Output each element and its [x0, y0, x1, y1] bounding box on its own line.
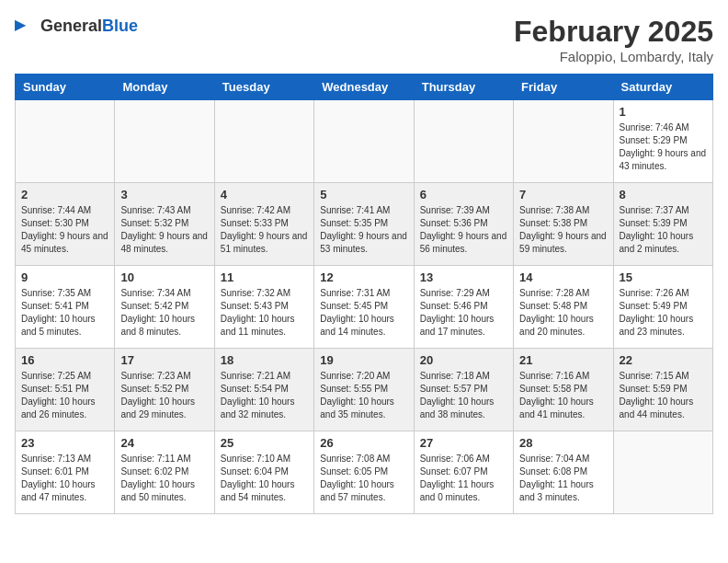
- weekday-header-wednesday: Wednesday: [314, 75, 414, 100]
- day-info: Sunrise: 7:31 AM Sunset: 5:45 PM Dayligh…: [320, 287, 407, 339]
- calendar-cell: 10Sunrise: 7:34 AM Sunset: 5:42 PM Dayli…: [115, 266, 214, 349]
- calendar-cell: 2Sunrise: 7:44 AM Sunset: 5:30 PM Daylig…: [16, 183, 115, 266]
- calendar-cell: 26Sunrise: 7:08 AM Sunset: 6:05 PM Dayli…: [314, 431, 414, 514]
- day-number: 18: [221, 353, 308, 367]
- day-number: 10: [120, 270, 208, 284]
- day-number: 6: [420, 188, 507, 201]
- day-number: 27: [420, 436, 507, 450]
- day-info: Sunrise: 7:10 AM Sunset: 6:04 PM Dayligh…: [221, 453, 308, 504]
- logo-blue: Blue: [102, 17, 138, 35]
- calendar-cell: 13Sunrise: 7:29 AM Sunset: 5:46 PM Dayli…: [414, 266, 513, 349]
- calendar-cell: [115, 100, 214, 183]
- calendar-cell: 28Sunrise: 7:04 AM Sunset: 6:08 PM Dayli…: [514, 431, 613, 514]
- week-row-1: 2Sunrise: 7:44 AM Sunset: 5:30 PM Daylig…: [16, 183, 713, 266]
- weekday-header-saturday: Saturday: [613, 75, 712, 100]
- day-info: Sunrise: 7:32 AM Sunset: 5:43 PM Dayligh…: [221, 287, 308, 339]
- weekday-header-thursday: Thursday: [414, 75, 513, 100]
- calendar-cell: 20Sunrise: 7:18 AM Sunset: 5:57 PM Dayli…: [414, 349, 513, 431]
- weekday-header-row: SundayMondayTuesdayWednesdayThursdayFrid…: [16, 75, 713, 100]
- calendar-cell: 16Sunrise: 7:25 AM Sunset: 5:51 PM Dayli…: [16, 349, 115, 431]
- day-info: Sunrise: 7:21 AM Sunset: 5:54 PM Dayligh…: [221, 370, 308, 421]
- day-info: Sunrise: 7:04 AM Sunset: 6:08 PM Dayligh…: [519, 453, 607, 504]
- calendar-cell: 9Sunrise: 7:35 AM Sunset: 5:41 PM Daylig…: [16, 266, 115, 349]
- calendar-cell: 8Sunrise: 7:37 AM Sunset: 5:39 PM Daylig…: [613, 183, 712, 266]
- calendar-cell: 22Sunrise: 7:15 AM Sunset: 5:59 PM Dayli…: [613, 349, 712, 431]
- calendar-cell: 12Sunrise: 7:31 AM Sunset: 5:45 PM Dayli…: [314, 266, 414, 349]
- day-number: 23: [21, 436, 108, 450]
- calendar-cell: [314, 100, 414, 183]
- day-number: 17: [120, 353, 208, 367]
- calendar-cell: 23Sunrise: 7:13 AM Sunset: 6:01 PM Dayli…: [16, 431, 115, 514]
- day-info: Sunrise: 7:13 AM Sunset: 6:01 PM Dayligh…: [21, 453, 108, 504]
- day-number: 28: [519, 436, 607, 450]
- day-number: 2: [21, 188, 108, 201]
- day-number: 4: [221, 188, 308, 201]
- week-row-0: 1Sunrise: 7:46 AM Sunset: 5:29 PM Daylig…: [16, 100, 713, 183]
- day-info: Sunrise: 7:26 AM Sunset: 5:49 PM Dayligh…: [620, 287, 707, 339]
- day-number: 12: [320, 270, 407, 284]
- calendar-cell: 15Sunrise: 7:26 AM Sunset: 5:49 PM Dayli…: [613, 266, 712, 349]
- day-info: Sunrise: 7:39 AM Sunset: 5:36 PM Dayligh…: [420, 204, 507, 256]
- logo-general: General: [40, 17, 102, 35]
- logo-icon: ▶: [15, 15, 37, 37]
- calendar-cell: 19Sunrise: 7:20 AM Sunset: 5:55 PM Dayli…: [314, 349, 414, 431]
- day-number: 3: [120, 188, 208, 201]
- calendar-cell: 18Sunrise: 7:21 AM Sunset: 5:54 PM Dayli…: [214, 349, 313, 431]
- day-number: 11: [221, 270, 308, 284]
- week-row-3: 16Sunrise: 7:25 AM Sunset: 5:51 PM Dayli…: [16, 349, 713, 431]
- day-info: Sunrise: 7:46 AM Sunset: 5:29 PM Dayligh…: [620, 121, 707, 173]
- day-number: 7: [519, 188, 607, 201]
- day-info: Sunrise: 7:06 AM Sunset: 6:07 PM Dayligh…: [420, 453, 507, 504]
- calendar-cell: 6Sunrise: 7:39 AM Sunset: 5:36 PM Daylig…: [414, 183, 513, 266]
- week-row-2: 9Sunrise: 7:35 AM Sunset: 5:41 PM Daylig…: [16, 266, 713, 349]
- svg-text:▶: ▶: [15, 17, 27, 32]
- calendar-cell: [414, 100, 513, 183]
- day-number: 16: [21, 353, 108, 367]
- calendar-cell: 11Sunrise: 7:32 AM Sunset: 5:43 PM Dayli…: [214, 266, 313, 349]
- calendar-cell: 4Sunrise: 7:42 AM Sunset: 5:33 PM Daylig…: [214, 183, 313, 266]
- day-info: Sunrise: 7:25 AM Sunset: 5:51 PM Dayligh…: [21, 370, 108, 421]
- day-info: Sunrise: 7:11 AM Sunset: 6:02 PM Dayligh…: [120, 453, 208, 504]
- logo: ▶ GeneralBlue: [15, 15, 138, 37]
- weekday-header-sunday: Sunday: [16, 75, 115, 100]
- day-info: Sunrise: 7:35 AM Sunset: 5:41 PM Dayligh…: [21, 287, 108, 339]
- page-header: ▶ GeneralBlue February 2025 Faloppio, Lo…: [15, 15, 713, 64]
- logo-wordmark: GeneralBlue: [40, 17, 138, 36]
- day-number: 25: [221, 436, 308, 450]
- day-number: 21: [519, 353, 607, 367]
- calendar-cell: 14Sunrise: 7:28 AM Sunset: 5:48 PM Dayli…: [514, 266, 613, 349]
- day-info: Sunrise: 7:41 AM Sunset: 5:35 PM Dayligh…: [320, 204, 407, 256]
- weekday-header-tuesday: Tuesday: [214, 75, 313, 100]
- week-row-4: 23Sunrise: 7:13 AM Sunset: 6:01 PM Dayli…: [16, 431, 713, 514]
- day-number: 1: [620, 105, 707, 119]
- day-info: Sunrise: 7:16 AM Sunset: 5:58 PM Dayligh…: [519, 370, 607, 421]
- calendar-cell: 1Sunrise: 7:46 AM Sunset: 5:29 PM Daylig…: [613, 100, 712, 183]
- day-info: Sunrise: 7:18 AM Sunset: 5:57 PM Dayligh…: [420, 370, 507, 421]
- calendar-cell: 3Sunrise: 7:43 AM Sunset: 5:32 PM Daylig…: [115, 183, 214, 266]
- day-number: 15: [620, 270, 707, 284]
- day-number: 9: [21, 270, 108, 284]
- day-number: 5: [320, 188, 407, 201]
- day-number: 14: [519, 270, 607, 284]
- calendar-cell: [16, 100, 115, 183]
- day-info: Sunrise: 7:43 AM Sunset: 5:32 PM Dayligh…: [120, 204, 208, 256]
- calendar-cell: 17Sunrise: 7:23 AM Sunset: 5:52 PM Dayli…: [115, 349, 214, 431]
- month-title: February 2025: [514, 15, 713, 49]
- day-info: Sunrise: 7:42 AM Sunset: 5:33 PM Dayligh…: [221, 204, 308, 256]
- day-info: Sunrise: 7:34 AM Sunset: 5:42 PM Dayligh…: [120, 287, 208, 339]
- day-number: 8: [620, 188, 707, 201]
- day-info: Sunrise: 7:15 AM Sunset: 5:59 PM Dayligh…: [620, 370, 707, 421]
- day-info: Sunrise: 7:23 AM Sunset: 5:52 PM Dayligh…: [120, 370, 208, 421]
- day-number: 13: [420, 270, 507, 284]
- day-number: 19: [320, 353, 407, 367]
- day-number: 24: [120, 436, 208, 450]
- day-number: 22: [620, 353, 707, 367]
- day-info: Sunrise: 7:08 AM Sunset: 6:05 PM Dayligh…: [320, 453, 407, 504]
- calendar-cell: 25Sunrise: 7:10 AM Sunset: 6:04 PM Dayli…: [214, 431, 313, 514]
- calendar-cell: 21Sunrise: 7:16 AM Sunset: 5:58 PM Dayli…: [514, 349, 613, 431]
- title-area: February 2025 Faloppio, Lombardy, Italy: [514, 15, 713, 64]
- calendar-cell: 5Sunrise: 7:41 AM Sunset: 5:35 PM Daylig…: [314, 183, 414, 266]
- day-info: Sunrise: 7:20 AM Sunset: 5:55 PM Dayligh…: [320, 370, 407, 421]
- day-info: Sunrise: 7:44 AM Sunset: 5:30 PM Dayligh…: [21, 204, 108, 256]
- calendar-cell: 27Sunrise: 7:06 AM Sunset: 6:07 PM Dayli…: [414, 431, 513, 514]
